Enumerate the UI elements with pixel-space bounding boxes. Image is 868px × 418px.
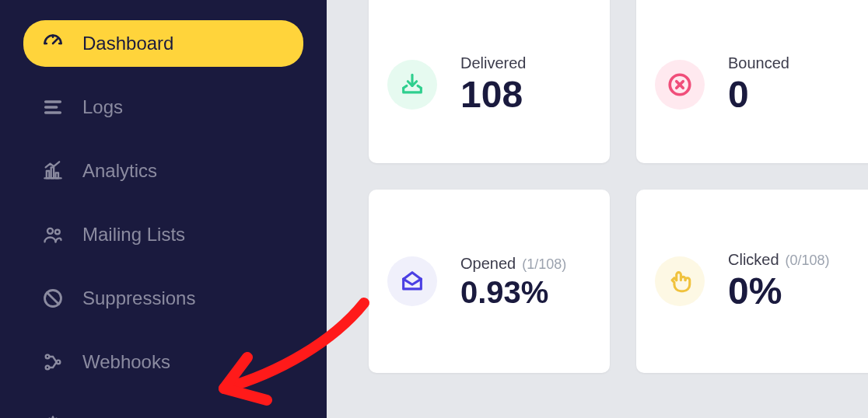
opened-icon — [387, 256, 437, 306]
nodes-icon — [42, 351, 64, 373]
sidebar-item-label: Dashboard — [82, 33, 173, 54]
card-clicked: Clicked(0/108) 0% — [636, 190, 868, 373]
sidebar-item-settings[interactable]: Settings — [23, 402, 303, 418]
sidebar-item-label: Logs — [82, 96, 123, 118]
chart-icon — [42, 160, 64, 182]
users-icon — [42, 224, 64, 246]
sidebar: Dashboard Logs Analytics Mailing Lists S… — [0, 0, 327, 418]
gauge-icon — [42, 33, 64, 54]
clicked-icon — [655, 256, 705, 306]
svg-point-6 — [47, 228, 53, 234]
svg-rect-5 — [56, 172, 59, 178]
card-value: 0 — [728, 75, 789, 114]
card-sub: (1/108) — [522, 256, 566, 272]
svg-rect-4 — [51, 167, 54, 178]
card-label: Clicked — [728, 251, 779, 268]
card-value: 0.93% — [460, 276, 566, 308]
delivered-icon — [387, 60, 437, 110]
sidebar-item-dashboard[interactable]: Dashboard — [23, 20, 303, 67]
sidebar-item-webhooks[interactable]: Webhooks — [23, 339, 303, 385]
card-sub: (0/108) — [786, 253, 830, 268]
card-label: Delivered — [460, 54, 526, 72]
main-content: Delivered 108 Bounced 0 Opened(1/108) 0.… — [327, 0, 868, 418]
sidebar-item-label: Suppressions — [82, 287, 195, 309]
svg-point-7 — [55, 230, 60, 235]
no-icon — [42, 287, 64, 309]
sidebar-item-label: Settings — [82, 415, 150, 418]
card-bounced: Bounced 0 — [636, 0, 868, 163]
svg-rect-3 — [47, 171, 50, 178]
card-delivered: Delivered 108 — [369, 0, 610, 163]
sidebar-item-label: Webhooks — [82, 351, 170, 373]
lines-icon — [42, 96, 64, 118]
card-value: 0% — [728, 272, 830, 311]
sidebar-item-suppressions[interactable]: Suppressions — [23, 275, 303, 322]
bounced-icon — [655, 60, 705, 110]
sidebar-item-mailing-lists[interactable]: Mailing Lists — [23, 211, 303, 258]
sidebar-item-logs[interactable]: Logs — [23, 84, 303, 131]
card-opened: Opened(1/108) 0.93% — [369, 190, 610, 373]
card-value: 108 — [460, 75, 526, 114]
gear-icon — [42, 415, 64, 418]
svg-line-9 — [47, 292, 58, 304]
sidebar-item-analytics[interactable]: Analytics — [23, 148, 303, 194]
sidebar-item-label: Analytics — [82, 160, 157, 182]
sidebar-item-label: Mailing Lists — [82, 224, 185, 246]
card-label: Bounced — [728, 54, 789, 72]
card-label: Opened — [460, 255, 516, 272]
